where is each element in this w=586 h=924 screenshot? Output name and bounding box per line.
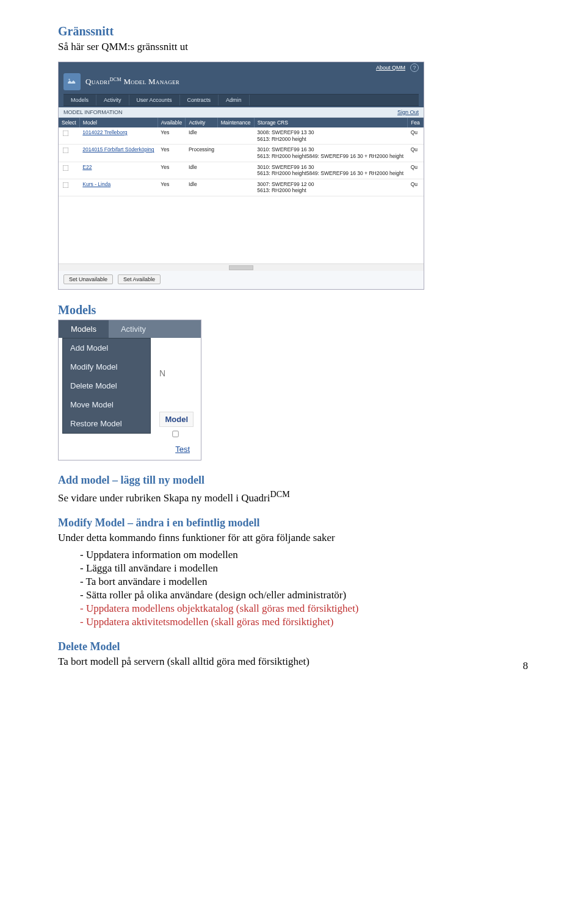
background-model-header: Model <box>159 412 194 427</box>
qmm-model-info-bar: MODEL INFORMATION Sign Out <box>59 107 424 118</box>
model-info-label: MODEL INFORMATION <box>63 109 123 115</box>
cell-crs: 3008: SWEREF99 13 305613: RH2000 height <box>254 127 407 145</box>
menu-add-model[interactable]: Add Model <box>63 338 150 357</box>
menu-restore-model[interactable]: Restore Model <box>63 414 150 433</box>
list-item: Uppdatera modellens objektkatalog (skall… <box>80 603 528 615</box>
table-row: E22YesIdle3010: SWEREF99 16 305613: RH20… <box>59 162 424 179</box>
menu-move-model[interactable]: Move Model <box>63 395 150 414</box>
cell-feature: Qu <box>408 127 424 145</box>
cell-maintenance <box>217 179 254 196</box>
modify-model-list: Uppdatera information om modellenLägga t… <box>58 549 528 628</box>
qmm-header: About QMM ? QuadriDCM Model Manager Mode… <box>59 62 424 107</box>
col-model[interactable]: Model <box>79 118 157 127</box>
nav-admin[interactable]: Admin <box>219 95 250 106</box>
set-available-button[interactable]: Set Available <box>118 274 161 284</box>
models-dropdown-screenshot: Models Activity Add Model Modify Model D… <box>58 320 201 460</box>
qmm-app-title: QuadriDCM Model Manager <box>85 77 179 87</box>
add-model-body-text: Se vidare under rubriken Skapa ny modell… <box>58 492 270 504</box>
qmm-models-table: Select Model Available Activity Maintena… <box>59 118 424 196</box>
qmm-logo-icon <box>63 73 81 90</box>
cell-maintenance <box>217 145 254 162</box>
cell-activity: Idle <box>186 179 217 196</box>
table-row: 1014022 TrelleborgYesIdle3008: SWEREF99 … <box>59 127 424 145</box>
qmm-empty-area <box>59 196 424 263</box>
table-row: 2014015 Förbifart SöderköpingYesProcessi… <box>59 145 424 162</box>
set-unavailable-button[interactable]: Set Unavailable <box>63 274 113 284</box>
cell-available: Yes <box>157 127 186 145</box>
nav-user-accounts[interactable]: User Accounts <box>129 95 180 106</box>
row-select-checkbox[interactable] <box>63 165 69 171</box>
model-link[interactable]: 1014022 Trelleborg <box>82 129 127 135</box>
page-number: 8 <box>523 660 529 672</box>
col-activity[interactable]: Activity <box>186 118 217 127</box>
cell-maintenance <box>217 162 254 179</box>
qmm-title-a: Quadri <box>85 77 110 86</box>
col-feature[interactable]: Fea <box>408 118 424 127</box>
models-dropdown-menu: Add Model Modify Model Delete Model Move… <box>62 338 151 434</box>
subheading-modify-model: Modify Model – ändra i en befintlig mode… <box>58 517 528 529</box>
cell-maintenance <box>217 127 254 145</box>
list-item: Sätta roller på olika användare (design … <box>80 589 528 601</box>
cell-activity: Idle <box>186 127 217 145</box>
granssnitt-subtitle: Så här ser QMM:s gränssnitt ut <box>58 41 528 53</box>
sign-out-link[interactable]: Sign Out <box>397 109 419 115</box>
table-row: Kurs - LindaYesIdle3007: SWEREF99 12 005… <box>59 179 424 196</box>
model-link[interactable]: Kurs - Linda <box>82 181 110 187</box>
row-select-checkbox[interactable] <box>63 131 69 137</box>
add-model-sup: DCM <box>270 489 289 499</box>
models-tabbar: Models Activity <box>59 320 201 338</box>
nav-models[interactable]: Models <box>63 95 96 106</box>
subheading-add-model: Add model – lägg till ny modell <box>58 474 528 487</box>
delete-model-body: Ta bort modell på servern (skall alltid … <box>58 656 528 668</box>
tab-activity[interactable]: Activity <box>109 320 158 338</box>
col-select[interactable]: Select <box>59 118 79 127</box>
qmm-main-nav: Models Activity User Accounts Contracts … <box>63 94 419 106</box>
about-qmm-link[interactable]: About QMM <box>376 65 405 71</box>
model-link[interactable]: E22 <box>82 164 92 170</box>
col-maintenance[interactable]: Maintenance <box>217 118 254 127</box>
heading-models: Models <box>58 303 528 317</box>
background-checkbox[interactable] <box>169 428 181 440</box>
row-select-checkbox[interactable] <box>63 148 69 154</box>
list-item: Uppdatera aktivitetsmodellen (skall göra… <box>80 616 528 628</box>
cell-feature: Qu <box>408 162 424 179</box>
svg-point-0 <box>68 79 70 80</box>
qmm-h-scrollbar[interactable] <box>59 263 424 271</box>
cell-available: Yes <box>157 179 186 196</box>
background-n: N <box>159 368 165 378</box>
background-test-link[interactable]: Test <box>175 445 190 454</box>
qmm-screenshot: About QMM ? QuadriDCM Model Manager Mode… <box>58 62 424 290</box>
cell-crs: 3007: SWEREF99 12 005613: RH2000 height <box>254 179 407 196</box>
nav-activity[interactable]: Activity <box>96 95 129 106</box>
nav-contracts[interactable]: Contracts <box>180 95 219 106</box>
cell-feature: Qu <box>408 179 424 196</box>
qmm-title-sup: DCM <box>110 77 121 82</box>
model-link[interactable]: 2014015 Förbifart Söderköping <box>82 146 154 152</box>
modify-model-body: Under detta kommando finns funktioner fö… <box>58 532 528 544</box>
cell-available: Yes <box>157 145 186 162</box>
tab-models[interactable]: Models <box>59 320 109 338</box>
qmm-title-b: Model Manager <box>123 77 179 86</box>
list-item: Ta bort användare i modellen <box>80 576 528 588</box>
cell-activity: Processing <box>186 145 217 162</box>
menu-delete-model[interactable]: Delete Model <box>63 376 150 395</box>
help-icon[interactable]: ? <box>410 63 419 72</box>
subheading-delete-model: Delete Model <box>58 640 528 653</box>
heading-granssnitt: Gränssnitt <box>58 24 528 38</box>
cell-feature: Qu <box>408 145 424 162</box>
row-select-checkbox[interactable] <box>63 182 69 188</box>
cell-activity: Idle <box>186 162 217 179</box>
list-item: Uppdatera information om modellen <box>80 549 528 561</box>
col-storage-crs[interactable]: Storage CRS <box>254 118 407 127</box>
cell-crs: 3010: SWEREF99 16 305613: RH2000 height5… <box>254 145 407 162</box>
add-model-body: Se vidare under rubriken Skapa ny modell… <box>58 489 528 504</box>
list-item: Lägga till användare i modellen <box>80 562 528 575</box>
cell-crs: 3010: SWEREF99 16 305613: RH2000 height5… <box>254 162 407 179</box>
cell-available: Yes <box>157 162 186 179</box>
menu-modify-model[interactable]: Modify Model <box>63 357 150 376</box>
col-available[interactable]: Available <box>157 118 186 127</box>
